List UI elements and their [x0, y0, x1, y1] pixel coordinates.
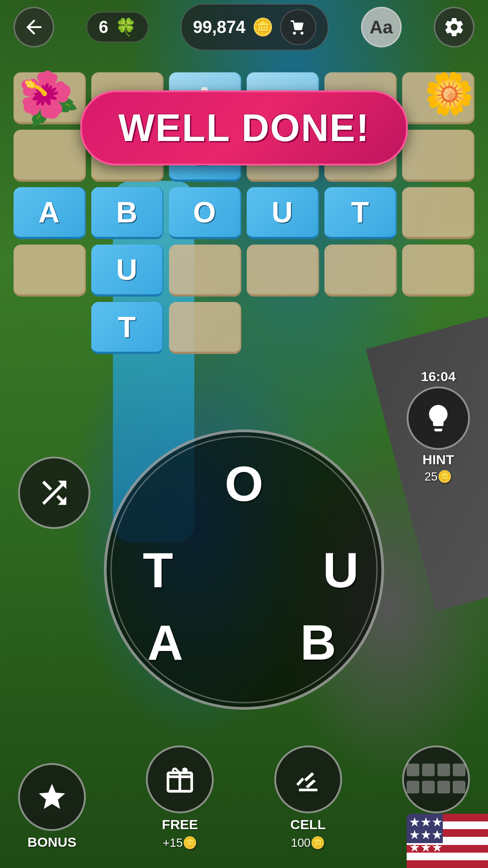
font-button[interactable]: Aa [361, 7, 402, 47]
hint-button[interactable]: 16:04 HINT 25🪙 [407, 369, 470, 484]
free-button[interactable]: FREE +15🪙 [146, 745, 214, 850]
free-bonus: +15🪙 [163, 836, 197, 850]
grid-cell-4-1[interactable]: T [91, 302, 164, 354]
wheel-circle[interactable]: O U B A T [104, 429, 384, 710]
wheel-letter-T[interactable]: T [143, 541, 173, 599]
font-icon: Aa [370, 17, 393, 38]
grid-cell-3-2[interactable] [169, 245, 241, 297]
cell-button[interactable]: CELL 100🪙 [274, 745, 342, 850]
grid-cell-2-1[interactable]: B [91, 187, 164, 239]
letter-wheel[interactable]: O U B A T [104, 429, 384, 710]
settings-button[interactable] [434, 7, 474, 47]
coins-badge: 99,874 🪙 [181, 4, 328, 51]
grid-cell-3-4[interactable] [324, 245, 397, 297]
hint-label: HINT [422, 452, 454, 467]
well-done-text: WELL DONE! [118, 106, 370, 149]
grid-cell-2-2[interactable]: O [169, 187, 241, 239]
word-squares-icon [407, 764, 465, 776]
clover-badge: 6 🍀 [86, 12, 148, 42]
us-flag: ★★★★★★★★★ [407, 814, 488, 868]
grid-cell-3-3[interactable] [247, 245, 319, 297]
bonus-label: BONUS [28, 835, 76, 850]
flower-right-decoration: 🌼 [424, 70, 474, 118]
grid-cell-3-0[interactable] [14, 245, 86, 297]
topbar: 6 🍀 99,874 🪙 Aa [0, 0, 488, 54]
grid-cell-2-5[interactable] [402, 187, 474, 239]
wheel-letter-A[interactable]: A [147, 613, 183, 671]
hint-timer: 16:04 [421, 369, 456, 384]
shuffle-button[interactable] [18, 457, 90, 529]
back-button[interactable] [14, 7, 54, 47]
clover-count: 6 [99, 18, 108, 37]
grid-cell-2-0[interactable]: A [14, 187, 86, 239]
well-done-banner: WELL DONE! [80, 90, 408, 165]
cart-button[interactable] [280, 9, 316, 45]
app: 6 🍀 99,874 🪙 Aa 🌺 🌼 WELL DONE! A [0, 0, 488, 868]
coin-icon: 🪙 [252, 17, 273, 37]
wheel-letter-U[interactable]: U [323, 541, 359, 599]
wheel-letter-B[interactable]: B [300, 613, 336, 671]
flag-blue-field: ★★★★★★★★★ [407, 814, 443, 843]
grid-cell-3-1[interactable]: U [91, 245, 164, 297]
grid-cell-2-4[interactable]: T [324, 187, 397, 239]
cell-label: CELL [290, 817, 325, 832]
bonus-button[interactable]: BONUS [18, 763, 86, 850]
grid-cell-4-2[interactable] [169, 302, 241, 354]
word-squares-icon2 [407, 781, 465, 793]
grid-cell-2-3[interactable]: U [247, 187, 319, 239]
free-label: FREE [162, 817, 198, 832]
coins-value: 99,874 [193, 18, 245, 37]
cell-cost: 100🪙 [291, 836, 325, 850]
clover-icon: 🍀 [115, 17, 136, 37]
grid-cell-1-5[interactable] [402, 130, 474, 182]
hint-cost: 25🪙 [425, 470, 452, 484]
grid-cell-1-0[interactable] [14, 130, 86, 182]
grid-cell-3-5[interactable] [402, 245, 474, 297]
wheel-letter-O[interactable]: O [225, 455, 263, 512]
